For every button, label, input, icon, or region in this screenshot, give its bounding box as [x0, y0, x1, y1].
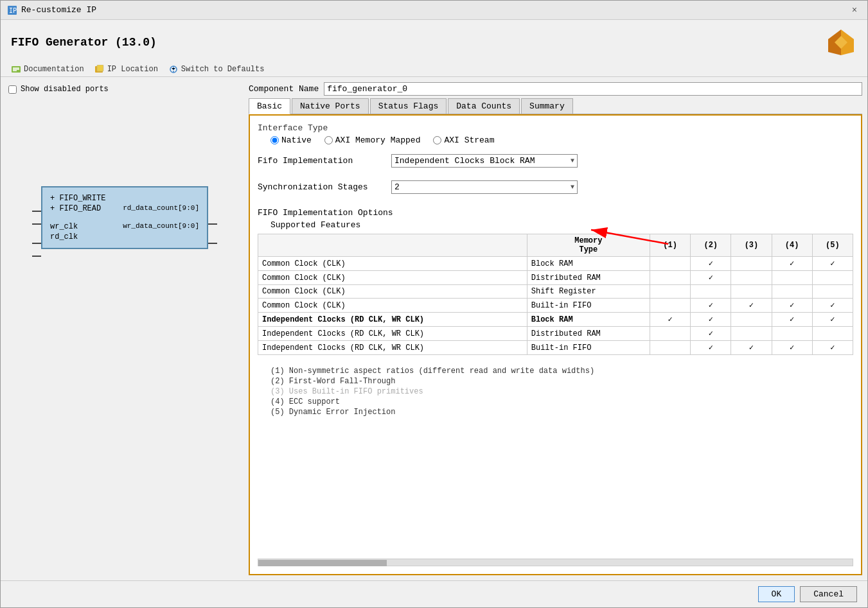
sync-stages-dropdown[interactable]: 2 ▼ — [391, 180, 578, 194]
show-disabled-checkbox[interactable] — [8, 85, 17, 94]
port-rd-clk: rd_clk — [50, 232, 199, 241]
col-header-4: (4) — [772, 234, 812, 257]
fifo-implementation-label: Fifo Implementation — [258, 156, 386, 166]
footnote-item: (5) Dynamic Error Injection — [270, 408, 853, 417]
table-row — [650, 341, 690, 355]
table-row: ✓ — [691, 257, 731, 271]
vivado-logo — [825, 26, 857, 58]
table-row: Common Clock (CLK) — [258, 285, 527, 299]
port-fifo-read: + FIFO_READ rd_data_count[9:0] — [50, 204, 199, 213]
dropdown-arrow-icon: ▼ — [571, 157, 574, 164]
radio-axi-stream[interactable]: AXI Stream — [433, 135, 494, 145]
documentation-button[interactable]: Documentation — [11, 65, 84, 74]
title-icon: IP — [7, 5, 17, 15]
table-row: ✓ — [772, 299, 812, 313]
table-row: ✓ — [691, 341, 731, 355]
port-wr-clk: wr_clk wr_data_count[9:0] — [50, 222, 199, 231]
table-row — [650, 327, 690, 341]
fifo-options-title: FIFO Implementation Options — [258, 208, 853, 218]
title-bar: IP Re-customize IP × — [1, 1, 867, 20]
table-row — [731, 271, 772, 285]
ip-location-button[interactable]: IP Location — [94, 65, 158, 74]
col-header-memory: MemoryType — [527, 234, 650, 257]
table-row: Distributed RAM — [527, 271, 650, 285]
ok-button[interactable]: OK — [758, 586, 795, 602]
left-panel: Show disabled ports + FIFO_WRITE — [6, 82, 244, 575]
table-row: Common Clock (CLK) — [258, 271, 527, 285]
svg-text:IP: IP — [9, 7, 17, 14]
tab-data-counts[interactable]: Data Counts — [448, 98, 520, 114]
component-name-label: Component Name — [249, 84, 319, 94]
sync-stages-arrow-icon: ▼ — [571, 184, 574, 191]
table-row: Independent Clocks (RD CLK, WR CLK) — [258, 327, 527, 341]
interface-type-section: Interface Type Native AXI Memory Mapped — [258, 123, 853, 145]
table-row: ✓ — [691, 327, 731, 341]
tab-native-ports[interactable]: Native Ports — [292, 98, 369, 114]
table-row — [812, 285, 853, 299]
table-row: ✓ — [650, 313, 690, 327]
table-row: Block RAM — [527, 257, 650, 271]
app-title: FIFO Generator (13.0) — [11, 36, 157, 49]
table-row — [650, 257, 690, 271]
radio-axi-memory[interactable]: AXI Memory Mapped — [324, 135, 421, 145]
radio-axi-memory-input[interactable] — [324, 136, 333, 144]
table-row — [731, 313, 772, 327]
tabs-container: Basic Native Ports Status Flags Data Cou… — [249, 98, 862, 114]
table-row — [772, 285, 812, 299]
col-header-name — [258, 234, 527, 257]
component-name-input[interactable] — [324, 82, 862, 96]
tab-basic[interactable]: Basic — [249, 98, 290, 114]
table-row: Built-in FIFO — [527, 299, 650, 313]
sync-stages-label: Synchronization Stages — [258, 182, 386, 192]
fifo-implementation-dropdown[interactable]: Independent Clocks Block RAM ▼ — [391, 154, 578, 168]
col-header-5: (5) — [812, 234, 853, 257]
table-row — [731, 257, 772, 271]
app-header: FIFO Generator (13.0) — [1, 20, 867, 62]
table-row — [731, 327, 772, 341]
right-panel: Component Name Basic Native Ports Status… — [249, 82, 862, 575]
close-button[interactable]: × — [848, 4, 861, 17]
table-row: ✓ — [731, 299, 772, 313]
footnote-item: (2) First-Word Fall-Through — [270, 377, 853, 386]
table-row: Common Clock (CLK) — [258, 257, 527, 271]
title-text: Re-customize IP — [21, 5, 96, 15]
tab-summary[interactable]: Summary — [521, 98, 573, 114]
radio-axi-stream-input[interactable] — [433, 136, 441, 144]
table-row — [650, 271, 690, 285]
radio-native[interactable]: Native — [270, 135, 312, 145]
table-row: ✓ — [772, 257, 812, 271]
table-row: Independent Clocks (RD CLK, WR CLK) — [258, 313, 527, 327]
table-row: ✓ — [812, 257, 853, 271]
footnote-item: (4) ECC support — [270, 397, 853, 406]
component-diagram: + FIFO_WRITE + FIFO_READ rd_data_count[9… — [8, 186, 241, 249]
table-row: ✓ — [772, 341, 812, 355]
cancel-button[interactable]: Cancel — [800, 586, 857, 602]
features-table: MemoryType (1) (2) (3) (4) (5) Common Cl… — [258, 234, 853, 355]
fifo-block: + FIFO_WRITE + FIFO_READ rd_data_count[9… — [41, 186, 208, 249]
ip-location-icon — [94, 65, 105, 74]
tab-status-flags[interactable]: Status Flags — [370, 98, 447, 114]
switch-defaults-icon — [168, 65, 179, 74]
switch-defaults-button[interactable]: Switch to Defaults — [168, 65, 265, 74]
radio-native-input[interactable] — [270, 136, 279, 144]
footnote-item: (3) Uses Built-in FIFO primitives — [270, 387, 853, 396]
table-row — [772, 271, 812, 285]
table-row: ✓ — [731, 341, 772, 355]
show-disabled-row: Show disabled ports — [8, 85, 241, 94]
table-row — [691, 285, 731, 299]
toolbar: Documentation IP Location Switch to Defa… — [1, 62, 867, 77]
table-row — [731, 285, 772, 299]
fifo-options-section: FIFO Implementation Options Supported Fe… — [258, 203, 853, 355]
table-row: Block RAM — [527, 313, 650, 327]
documentation-icon — [11, 65, 21, 74]
interface-type-title: Interface Type — [258, 123, 853, 133]
supported-features-label: Supported Features — [270, 220, 853, 230]
col-header-1: (1) — [650, 234, 690, 257]
table-row: Common Clock (CLK) — [258, 299, 527, 313]
horizontal-scrollbar[interactable] — [258, 559, 853, 566]
table-row: Built-in FIFO — [527, 341, 650, 355]
table-row — [812, 271, 853, 285]
footnote-item: (1) Non-symmetric aspect ratios (differe… — [270, 367, 853, 376]
col-header-2: (2) — [691, 234, 731, 257]
table-row: ✓ — [691, 271, 731, 285]
